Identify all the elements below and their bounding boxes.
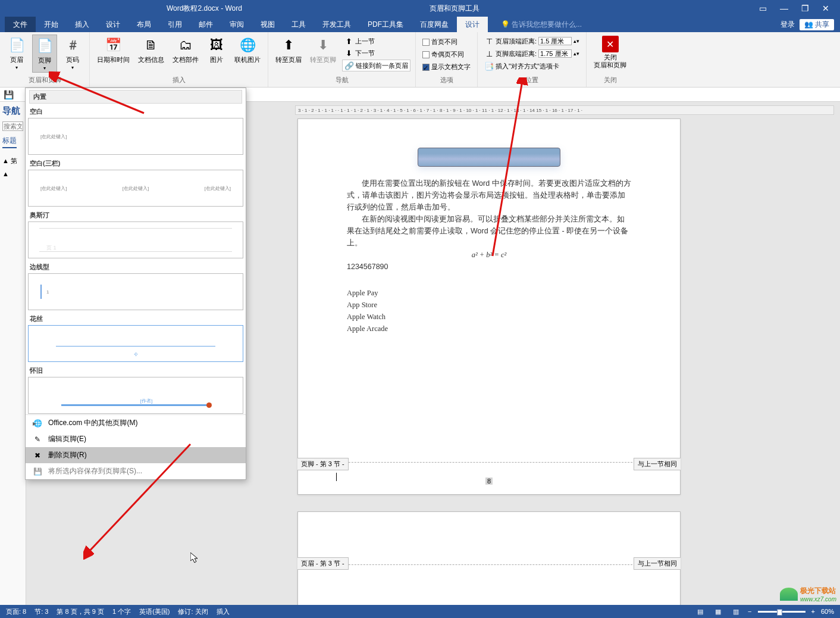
show-text-checkbox[interactable]: ✓显示文档文字	[421, 62, 472, 72]
header-button[interactable]: 📄页眉▾	[5, 35, 29, 71]
zoom-out-button[interactable]: −	[748, 608, 751, 615]
goto-header-icon: ⬆	[279, 36, 298, 55]
tab-references[interactable]: 引用	[159, 17, 190, 32]
tell-me-input[interactable]: 💡告诉我您想要做什么...	[488, 20, 582, 30]
insert-align-tab-button[interactable]: 📑插入"对齐方式"选项卡	[482, 61, 581, 71]
docinfo-button[interactable]: 🗎文档信息	[136, 35, 167, 65]
header-same-prev-tab: 与上一节相同	[634, 557, 681, 570]
nav-tab-headings[interactable]: 标题	[2, 136, 17, 148]
picture-button[interactable]: 🖼图片	[205, 35, 228, 65]
status-tracking[interactable]: 修订: 关闭	[178, 607, 208, 616]
view-read-icon[interactable]: ▤	[694, 607, 706, 616]
side-bar-icon	[40, 285, 42, 299]
tab-mailings[interactable]: 邮件	[190, 17, 221, 32]
save-icon[interactable]: 💾	[4, 90, 14, 99]
edit-footer[interactable]: ✎编辑页脚(E)	[26, 431, 246, 447]
tab-layout[interactable]: 布局	[128, 17, 159, 32]
tab-insert[interactable]: 插入	[67, 17, 98, 32]
status-page[interactable]: 页面: 8	[6, 607, 26, 616]
pagenum-button[interactable]: #️页码▾	[61, 35, 84, 71]
ribbon: 📄页眉▾ 📄页脚▾ #️页码▾ 页眉和页脚 📅日期和时间 🗎文档信息 🗂文档部件…	[0, 32, 840, 88]
delete-icon: ✖	[33, 451, 42, 460]
docparts-button[interactable]: 🗂文档部件	[170, 35, 201, 65]
tab-file[interactable]: 文件	[5, 17, 36, 32]
status-words[interactable]: 1 个字	[112, 607, 131, 616]
next-section-button[interactable]: ⬇下一节	[342, 48, 410, 58]
tab-view[interactable]: 视图	[252, 17, 283, 32]
up-arrow-icon: ⬆	[344, 36, 353, 46]
tab-hf-design[interactable]: 设计	[457, 17, 488, 32]
gallery-item-filigree[interactable]: ⟡	[28, 325, 243, 362]
zoom-in-button[interactable]: +	[811, 608, 815, 615]
page-number[interactable]: 8	[485, 477, 493, 485]
diff-odd-checkbox[interactable]: 奇偶页不同	[421, 49, 472, 60]
spinner-icon[interactable]: ▴▾	[573, 38, 579, 44]
nav-tree-item[interactable]: ▲	[2, 169, 23, 179]
tab-review[interactable]: 审阅	[221, 17, 252, 32]
group-insert: 📅日期和时间 🗎文档信息 🗂文档部件 🖼图片 🌐联机图片 插入	[90, 32, 268, 87]
share-button[interactable]: 👥共享	[800, 19, 834, 30]
remove-footer[interactable]: ✖删除页脚(R)	[26, 447, 246, 463]
gallery-item-austin[interactable]: 页 1	[28, 221, 243, 258]
minimize-icon[interactable]: —	[780, 4, 788, 13]
zoom-slider[interactable]	[758, 611, 805, 613]
horizontal-ruler[interactable]: 3 · 1 · 2 · 1 · 1 · 1 · · 1 · 1 · 1 · 2 …	[295, 105, 834, 115]
status-section[interactable]: 节: 3	[35, 607, 48, 616]
header-top-input[interactable]	[538, 37, 572, 45]
nav-tree-item[interactable]: ▲ 第	[2, 155, 23, 167]
tab-home[interactable]: 开始	[36, 17, 67, 32]
gallery-item-title: 空白(三栏)	[27, 155, 244, 169]
save-to-gallery[interactable]: 💾将所选内容保存到页脚库(S)...	[26, 463, 246, 479]
list-item: Apple Arcade	[347, 323, 631, 335]
tab-design[interactable]: 设计	[98, 17, 128, 32]
gallery-item-sideline[interactable]: 1	[28, 273, 243, 310]
page-9: 页眉 - 第 3 节 - 与上一节相同	[297, 511, 681, 605]
goto-footer-button[interactable]: ⬇转至页脚	[308, 35, 338, 65]
status-lang[interactable]: 英语(美国)	[139, 607, 170, 616]
footer-button[interactable]: 📄页脚▾	[32, 35, 57, 73]
gallery-item-title: 空白	[27, 104, 244, 117]
list-item: Apple Pay	[347, 287, 631, 299]
body-paragraph: 使用在需要位置出现的新按钮在 Word 中保存时间。若要更改图片适应文档的方式，…	[347, 177, 631, 213]
close-icon[interactable]: ✕	[822, 4, 829, 13]
diff-first-checkbox[interactable]: 首页不同	[421, 37, 472, 47]
tab-developer[interactable]: 开发工具	[314, 17, 359, 32]
quickparts-icon: 🗂	[176, 36, 195, 55]
footer-icon: 📄	[35, 36, 54, 55]
login-link[interactable]: 登录	[781, 20, 795, 30]
status-insert[interactable]: 插入	[217, 607, 230, 616]
inline-image[interactable]	[418, 148, 560, 167]
tab-baidu[interactable]: 百度网盘	[412, 17, 457, 32]
restore-icon[interactable]: ❐	[801, 4, 809, 13]
goto-header-button[interactable]: ⬆转至页眉	[273, 35, 304, 65]
tab-tools[interactable]: 工具	[283, 17, 314, 32]
office-icon: 🌐	[33, 419, 42, 428]
checkbox-icon	[422, 51, 430, 58]
zoom-percent[interactable]: 60%	[821, 608, 834, 615]
gallery-item-title: 奥斯汀	[27, 207, 244, 221]
gallery-item-retro[interactable]: [作者]	[28, 377, 243, 414]
status-pageof[interactable]: 第 8 页，共 9 页	[57, 607, 104, 616]
online-pic-button[interactable]: 🌐联机图片	[232, 35, 263, 65]
calendar-icon: 📅	[104, 36, 123, 55]
watermark: 极光下载站 www.xz7.com	[780, 586, 836, 603]
nav-search-input[interactable]	[2, 121, 23, 131]
close-hf-button[interactable]: ✕ 关闭页眉和页脚	[591, 35, 629, 70]
view-web-icon[interactable]: ▥	[730, 607, 742, 616]
link-prev-button[interactable]: 🔗链接到前一条页眉	[342, 60, 410, 71]
more-footers-office[interactable]: 🌐Office.com 中的其他页脚(M)▸	[26, 415, 246, 431]
view-print-icon[interactable]: ▦	[712, 607, 724, 616]
tab-pdf[interactable]: PDF工具集	[359, 17, 412, 32]
prev-section-button[interactable]: ⬆上一节	[342, 36, 410, 46]
gallery-item-blank-three[interactable]: [在此处键入] [在此处键入] [在此处键入]	[28, 170, 243, 207]
edit-icon: ✎	[33, 435, 42, 444]
footer-boundary	[298, 462, 680, 463]
spinner-icon[interactable]: ▴▾	[573, 51, 579, 57]
datetime-button[interactable]: 📅日期和时间	[95, 35, 132, 65]
gallery-item-title: 怀旧	[27, 363, 244, 376]
footer-bottom-input[interactable]	[538, 49, 572, 58]
equation: a² + b² = c²	[347, 249, 631, 261]
gallery-item-blank[interactable]: [在此处键入]	[28, 118, 243, 155]
chevron-down-icon: ▾	[71, 65, 74, 70]
ribbon-options-icon[interactable]: ▭	[759, 4, 767, 13]
